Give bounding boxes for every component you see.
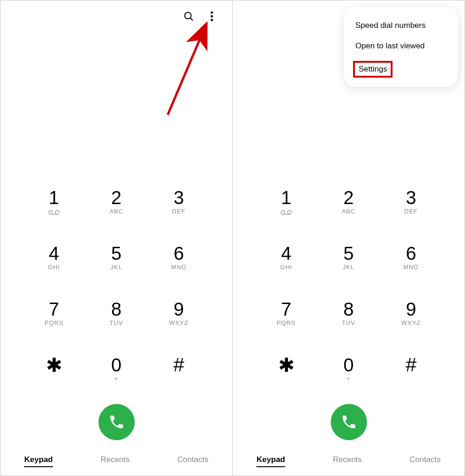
phone-icon [341, 414, 357, 430]
phone-right: Speed dial numbers Open to last viewed S… [232, 0, 465, 476]
digit-label: 4 [281, 244, 291, 263]
menu-speed-dial[interactable]: Speed dial numbers [344, 15, 458, 36]
svg-point-3 [211, 15, 213, 18]
key-5[interactable]: 5JKL [317, 237, 380, 278]
overflow-menu: Speed dial numbers Open to last viewed S… [344, 7, 458, 87]
svg-point-4 [211, 19, 213, 21]
key-9[interactable]: 9WXYZ [380, 292, 442, 334]
digit-label: 8 [111, 300, 121, 318]
tab-recents[interactable]: Recents [100, 455, 129, 467]
digit-label: 2 [343, 188, 354, 207]
plus-label: + [114, 375, 118, 383]
keypad-grid-right: 1 2ABC 3DEF 4GHI 5JKL 6MNO 7PQRS 8TUV 9W… [233, 181, 465, 390]
tab-keypad[interactable]: Keypad [24, 455, 52, 467]
svg-point-7 [55, 211, 59, 214]
phone-left: 1 2ABC 3DEF 4GHI 5JKL 6MNO 7PQRS 8TUV 9W… [0, 0, 232, 476]
more-options-icon[interactable] [205, 10, 218, 23]
key-6[interactable]: 6MNO [148, 237, 210, 278]
key-0[interactable]: 0+ [317, 348, 380, 390]
menu-settings[interactable]: Settings [359, 65, 387, 73]
letters-label: PQRS [45, 319, 64, 327]
letters-label: JKL [343, 264, 354, 271]
key-9[interactable]: 9WXYZ [148, 292, 210, 334]
key-5[interactable]: 5JKL [85, 237, 147, 278]
digit-label: 0 [343, 356, 354, 374]
key-4[interactable]: 4GHI [255, 237, 317, 278]
topbar-left [182, 10, 232, 23]
letters-label: WXYZ [169, 319, 189, 327]
key-2[interactable]: 2ABC [85, 181, 147, 223]
letters-label: GHI [280, 264, 292, 271]
svg-point-2 [211, 12, 213, 14]
call-button[interactable] [98, 404, 135, 440]
menu-open-last[interactable]: Open to last viewed [344, 36, 458, 56]
digit-label: 7 [281, 300, 291, 318]
letters-label: JKL [111, 264, 122, 271]
call-row [233, 390, 465, 450]
letters-label: TUV [342, 319, 355, 327]
search-icon[interactable] [182, 10, 195, 23]
letters-label: PQRS [277, 319, 296, 327]
letters-label: ABC [110, 208, 124, 215]
symbol-label: # [173, 354, 184, 376]
symbol-label: # [406, 354, 416, 376]
svg-point-9 [281, 211, 285, 214]
key-7[interactable]: 7PQRS [255, 292, 317, 334]
digit-label: 4 [49, 244, 59, 263]
key-0[interactable]: 0+ [85, 348, 147, 390]
digit-label: 0 [111, 356, 121, 374]
key-3[interactable]: 3DEF [148, 181, 210, 223]
svg-point-6 [49, 211, 52, 214]
digit-label: 2 [111, 188, 121, 207]
call-button[interactable] [331, 404, 367, 440]
digit-label: 9 [174, 300, 184, 318]
svg-point-0 [185, 13, 191, 19]
digit-label: 6 [406, 244, 416, 263]
digit-label: 1 [281, 188, 291, 207]
bottom-tabs: Keypad Recents Contacts [233, 450, 465, 476]
svg-line-1 [190, 18, 193, 20]
dialed-number-area [0, 0, 232, 181]
key-hash[interactable]: # [380, 348, 442, 390]
key-3[interactable]: 3DEF [380, 181, 442, 223]
voicemail-icon [48, 208, 59, 215]
digit-label: 5 [111, 244, 121, 263]
key-1[interactable]: 1 [255, 181, 317, 223]
key-2[interactable]: 2ABC [317, 181, 380, 223]
digit-label: 5 [343, 244, 354, 263]
plus-label: + [347, 375, 351, 383]
key-hash[interactable]: # [148, 348, 210, 390]
digit-label: 8 [343, 300, 354, 318]
tab-keypad[interactable]: Keypad [256, 455, 285, 467]
call-row [0, 390, 232, 450]
letters-label: ABC [342, 208, 356, 215]
settings-highlight: Settings [353, 61, 393, 78]
key-star[interactable]: ✱ [255, 348, 317, 390]
letters-label: DEF [404, 208, 418, 215]
letters-label: TUV [110, 319, 123, 327]
svg-point-10 [288, 211, 291, 214]
tab-recents[interactable]: Recents [333, 455, 361, 467]
key-6[interactable]: 6MNO [380, 237, 442, 278]
letters-label: MNO [403, 264, 419, 271]
letters-label: WXYZ [401, 319, 421, 327]
key-star[interactable]: ✱ [23, 348, 85, 390]
tab-contacts[interactable]: Contacts [410, 455, 441, 467]
digit-label: 3 [406, 188, 416, 207]
digit-label: 9 [406, 300, 416, 318]
key-1[interactable]: 1 [23, 181, 85, 223]
voicemail-icon [281, 208, 292, 215]
letters-label: MNO [171, 264, 186, 271]
key-7[interactable]: 7PQRS [23, 292, 85, 334]
symbol-label: ✱ [278, 354, 295, 377]
key-4[interactable]: 4GHI [23, 237, 85, 278]
key-8[interactable]: 8TUV [85, 292, 147, 334]
symbol-label: ✱ [46, 354, 62, 377]
digit-label: 3 [174, 188, 184, 207]
keypad-grid-left: 1 2ABC 3DEF 4GHI 5JKL 6MNO 7PQRS 8TUV 9W… [0, 181, 232, 390]
digit-label: 1 [49, 188, 59, 207]
letters-label: GHI [48, 264, 60, 271]
key-8[interactable]: 8TUV [317, 292, 380, 334]
letters-label: DEF [172, 208, 185, 215]
tab-contacts[interactable]: Contacts [177, 455, 209, 467]
